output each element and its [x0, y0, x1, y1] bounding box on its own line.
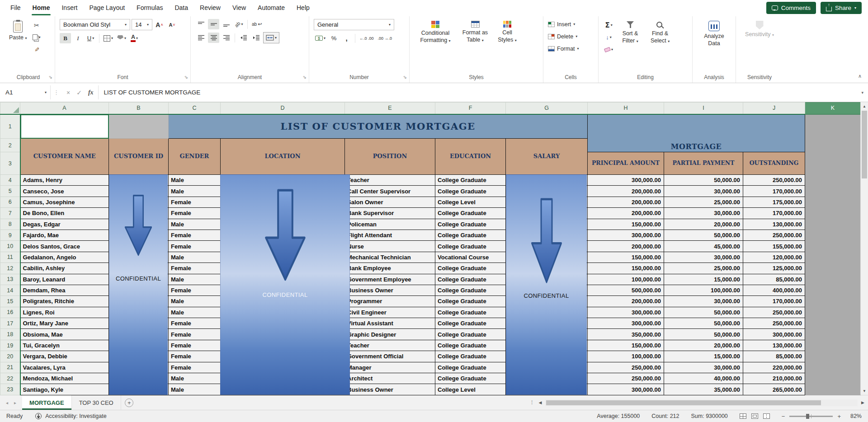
accessibility-checker-button[interactable]: Accessibility: Investigate [35, 413, 106, 419]
cell-gender-7[interactable]: Female [169, 208, 221, 219]
cell-k17[interactable] [805, 318, 861, 329]
column-header-b[interactable]: B [109, 103, 169, 114]
cell-gender-9[interactable]: Female [169, 230, 221, 240]
cell-principal-22[interactable]: 250,000.00 [588, 373, 664, 384]
cell-education-21[interactable]: College Graduate [435, 362, 506, 373]
cell-principal-5[interactable]: 200,000.00 [588, 186, 664, 197]
merge-center-button[interactable]: ▾ [263, 32, 279, 43]
cell-principal-15[interactable]: 200,000.00 [588, 296, 664, 307]
cell-name-15[interactable]: Poligrates, Ritchie [20, 296, 109, 307]
formula-bar-expand-icon[interactable]: ▾ [857, 90, 868, 95]
cell-partial-21[interactable]: 30,000.00 [664, 362, 743, 373]
cell-outstanding-13[interactable]: 85,000.00 [743, 274, 805, 285]
cell-b1[interactable] [109, 114, 169, 139]
cell-styles-button[interactable]: Cell Styles ▾ [494, 19, 521, 43]
header-cell-customer-id[interactable]: CUSTOMER ID [109, 139, 169, 175]
delete-cells-button[interactable]: Delete▾ [548, 31, 577, 42]
cell-education-12[interactable]: College Graduate [435, 263, 506, 274]
cell-gender-13[interactable]: Male [169, 274, 221, 285]
cell-partial-9[interactable]: 50,000.00 [664, 230, 743, 240]
cell-principal-17[interactable]: 300,000.00 [588, 318, 664, 329]
column-header-k[interactable]: K [805, 103, 861, 114]
clear-button[interactable]: ▾ [603, 44, 614, 55]
row-header-12[interactable]: 12 [0, 263, 20, 274]
confidential-shape-customer-id[interactable]: CONFIDENTIAL [109, 174, 168, 395]
header-cell-location[interactable]: LOCATION [221, 139, 345, 175]
cell-k2[interactable] [805, 139, 861, 152]
middle-align-button[interactable] [208, 19, 219, 29]
row-header-7[interactable]: 7 [0, 208, 20, 219]
cell-gender-15[interactable]: Male [169, 296, 221, 307]
font-dialog-launcher-icon[interactable]: ⇘ [184, 75, 188, 80]
cell-gender-8[interactable]: Male [169, 219, 221, 230]
decrease-font-size-button[interactable]: A˅ [166, 19, 178, 30]
column-header-e[interactable]: E [345, 103, 435, 114]
header-cell-position[interactable]: POSITION [345, 139, 435, 175]
cell-name-12[interactable]: Cabilin, Ashley [20, 263, 109, 274]
cell-education-9[interactable]: College Graduate [435, 230, 506, 240]
decrease-decimal-button[interactable]: .00 →.0 [377, 33, 394, 43]
cell-outstanding-12[interactable]: 125,000.00 [743, 263, 805, 274]
cell-outstanding-8[interactable]: 130,000.00 [743, 219, 805, 230]
header-cell-customer-name[interactable]: CUSTOMER NAME [20, 139, 109, 175]
alignment-dialog-launcher-icon[interactable]: ⇘ [303, 75, 307, 80]
column-header-h[interactable]: H [588, 103, 664, 114]
cut-button[interactable] [31, 20, 42, 30]
cell-outstanding-15[interactable]: 170,000.00 [743, 296, 805, 307]
increase-decimal-button[interactable]: ←.0 .00 [358, 33, 375, 43]
vertical-scrollbar[interactable]: ▲ ▼ [860, 102, 868, 395]
cell-name-7[interactable]: De Bono, Ellen [20, 208, 109, 219]
borders-button[interactable]: ▾ [102, 33, 114, 43]
row-header-10[interactable]: 10 [0, 241, 20, 252]
cancel-icon[interactable]: × [66, 89, 70, 96]
cell-outstanding-5[interactable]: 170,000.00 [743, 186, 805, 197]
cell-gender-21[interactable]: Female [169, 362, 221, 373]
scroll-right-icon[interactable]: ▶ [859, 400, 867, 405]
cell-k15[interactable] [805, 296, 861, 307]
cell-name-17[interactable]: Ortiz, Mary Jane [20, 318, 109, 329]
cell-k1[interactable] [805, 114, 861, 139]
header-cell-education[interactable]: EDUCATION [435, 139, 506, 175]
row-header-18[interactable]: 18 [0, 329, 20, 340]
font-color-button[interactable]: A▾ [129, 33, 140, 43]
decrease-indent-button[interactable] [238, 33, 249, 43]
cell-principal-6[interactable]: 200,000.00 [588, 197, 664, 207]
cell-gender-17[interactable]: Female [169, 318, 221, 329]
cell-outstanding-11[interactable]: 120,000.00 [743, 252, 805, 263]
align-right-button[interactable] [221, 33, 232, 43]
paste-button[interactable]: Paste ▾ [6, 19, 29, 42]
find-select-button[interactable]: Find & Select ▾ [646, 19, 674, 44]
cell-partial-19[interactable]: 20,000.00 [664, 340, 743, 351]
align-left-button[interactable] [195, 33, 207, 43]
cell-position-21[interactable]: Manager [345, 362, 435, 373]
font-size-select[interactable]: 14▾ [132, 19, 152, 30]
accounting-format-button[interactable]: $▾ [314, 33, 327, 43]
cell-name-18[interactable]: Obsioma, Mae [20, 329, 109, 340]
cell-position-13[interactable]: Government Employee [345, 274, 435, 285]
cell-outstanding-19[interactable]: 130,000.00 [743, 340, 805, 351]
cell-partial-12[interactable]: 25,000.00 [664, 263, 743, 274]
cell-partial-17[interactable]: 50,000.00 [664, 318, 743, 329]
cell-partial-23[interactable]: 35,000.00 [664, 384, 743, 395]
comments-button[interactable]: Comments [766, 2, 816, 14]
cell-k10[interactable] [805, 241, 861, 252]
cell-education-4[interactable]: College Graduate [435, 175, 506, 186]
cell-name-10[interactable]: Delos Santos, Grace [20, 241, 109, 252]
bold-button[interactable]: B [60, 33, 71, 43]
new-sheet-button[interactable]: + [121, 395, 137, 410]
cell-outstanding-16[interactable]: 250,000.00 [743, 307, 805, 318]
number-format-select[interactable]: General▾ [314, 19, 394, 30]
column-header-j[interactable]: J [743, 103, 805, 114]
cell-position-12[interactable]: Bank Employee [345, 263, 435, 274]
zoom-slider-thumb[interactable] [806, 414, 809, 419]
cell-education-22[interactable]: College Graduate [435, 373, 506, 384]
cell-education-7[interactable]: College Graduate [435, 208, 506, 219]
cell-outstanding-9[interactable]: 250,000.00 [743, 230, 805, 240]
ribbon-tab-data[interactable]: Data [169, 0, 194, 15]
vertical-scroll-thumb[interactable] [862, 111, 867, 178]
row-header-22[interactable]: 22 [0, 373, 20, 384]
cell-education-5[interactable]: College Graduate [435, 186, 506, 197]
cell-position-19[interactable]: Teacher [345, 340, 435, 351]
italic-button[interactable]: I [72, 33, 84, 43]
increase-indent-button[interactable] [250, 33, 262, 43]
